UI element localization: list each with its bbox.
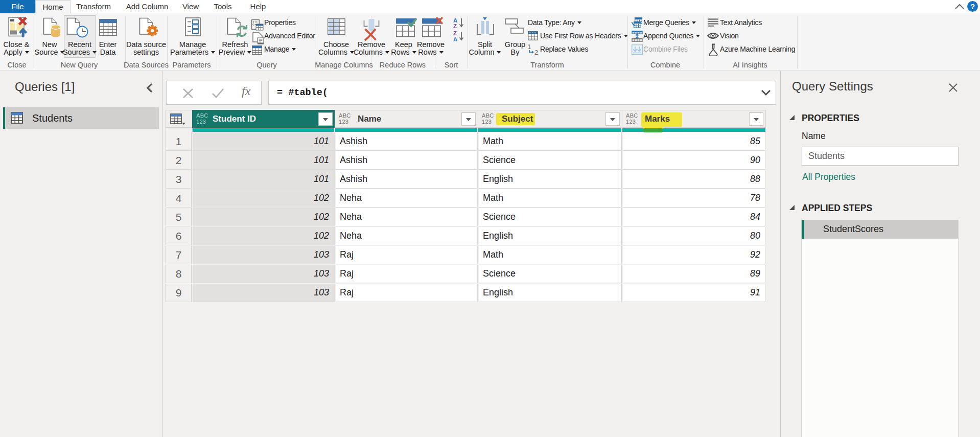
svg-text:A: A [453,17,457,24]
svg-text:Z: Z [453,30,457,36]
svg-text:2: 2 [534,49,538,55]
svg-text:1: 1 [527,44,531,51]
svg-text:A: A [453,36,457,42]
svg-text:Z: Z [453,23,457,29]
